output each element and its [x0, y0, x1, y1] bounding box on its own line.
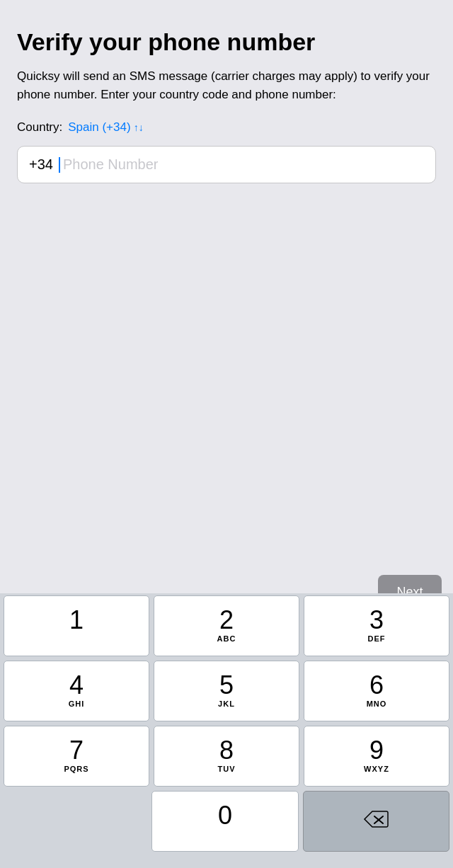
description-text: Quicksy will send an SMS message (carrie…	[17, 67, 436, 103]
key-1[interactable]: 1	[4, 595, 149, 656]
key-number-8: 8	[219, 738, 234, 763]
country-selector-button[interactable]: Spain (+34) ↑↓	[68, 120, 143, 135]
country-row: Country: Spain (+34) ↑↓	[17, 120, 436, 135]
chevron-updown-icon: ↑↓	[134, 122, 144, 133]
key-number-1: 1	[69, 607, 84, 633]
key-number-0: 0	[218, 803, 232, 828]
country-code-display: +34	[29, 156, 53, 173]
key-3[interactable]: 3 DEF	[304, 595, 449, 656]
country-label: Country:	[17, 120, 62, 135]
key-letters-4: GHI	[69, 699, 85, 709]
key-6[interactable]: 6 MNO	[304, 661, 449, 721]
key-row-3: 7 PQRS 8 TUV 9 WXYZ	[0, 724, 453, 789]
key-8[interactable]: 8 TUV	[154, 726, 299, 787]
key-number-6: 6	[369, 673, 384, 698]
key-delete[interactable]	[303, 791, 449, 852]
key-letters-5: JKL	[218, 699, 235, 709]
key-letters-6: MNO	[367, 699, 387, 709]
key-number-4: 4	[69, 673, 84, 698]
key-number-7: 7	[69, 738, 84, 763]
key-number-9: 9	[369, 738, 384, 763]
key-number-3: 3	[369, 607, 384, 633]
text-cursor	[59, 157, 60, 173]
key-letters-2: ABC	[217, 634, 236, 644]
key-number-2: 2	[219, 607, 234, 633]
key-5[interactable]: 5 JKL	[154, 661, 299, 721]
keyboard: 1 2 ABC 3 DEF 4 GHI 5 JKL 6	[0, 593, 453, 868]
key-row-2: 4 GHI 5 JKL 6 MNO	[0, 658, 453, 724]
content-area: Verify your phone number Quicksy will se…	[0, 0, 453, 183]
key-4[interactable]: 4 GHI	[4, 661, 149, 721]
key-7[interactable]: 7 PQRS	[4, 726, 149, 787]
key-9[interactable]: 9 WXYZ	[304, 726, 449, 787]
key-number-5: 5	[219, 673, 234, 698]
key-empty	[2, 791, 147, 852]
country-name: Spain (+34)	[68, 120, 130, 135]
key-row-1: 1 2 ABC 3 DEF	[0, 593, 453, 658]
delete-icon	[363, 810, 389, 833]
key-letters-7: PQRS	[64, 765, 88, 775]
key-letters-9: WXYZ	[364, 765, 389, 775]
key-letters-3: DEF	[368, 634, 386, 644]
key-2[interactable]: 2 ABC	[154, 595, 299, 656]
key-row-4: 0	[0, 789, 453, 868]
keyboard-rows: 1 2 ABC 3 DEF 4 GHI 5 JKL 6	[0, 593, 453, 868]
key-0[interactable]: 0	[151, 791, 298, 852]
phone-placeholder: Phone Number	[63, 156, 159, 173]
page-title: Verify your phone number	[17, 28, 436, 56]
key-letters-8: TUV	[218, 765, 236, 775]
phone-input-container[interactable]: +34 Phone Number	[17, 146, 436, 183]
